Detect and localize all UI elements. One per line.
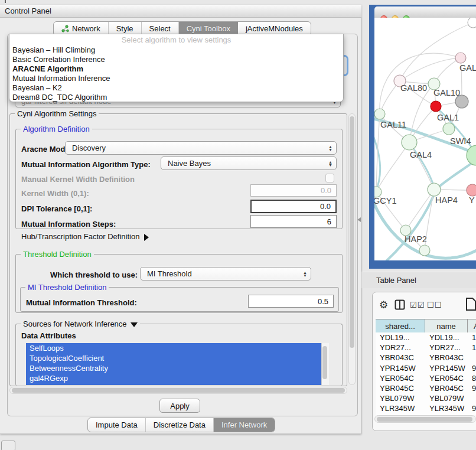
network-node-red[interactable] bbox=[431, 101, 441, 112]
algorithm-placeholder: Select algorithm to view settings bbox=[9, 34, 343, 45]
which-threshold-value: MI Threshold bbox=[147, 269, 192, 278]
algorithm-option[interactable]: Bayesian – K2 bbox=[9, 83, 343, 93]
settings-horizontal-scroll-thumb[interactable] bbox=[12, 388, 345, 393]
algorithm-option[interactable]: Basic Correlation Inference bbox=[9, 55, 343, 64]
cell: YBL079W bbox=[376, 393, 425, 403]
network-node-top-partial[interactable] bbox=[468, 18, 476, 28]
hub-definition-label[interactable]: Hub/Transcription Factor Definition bbox=[21, 232, 149, 241]
split-pane-collapse-icon[interactable] bbox=[357, 217, 361, 222]
cell: 9. bbox=[468, 403, 476, 413]
table-row[interactable]: YDL19...YDL19...13 bbox=[376, 332, 476, 343]
tab-impute-data[interactable]: Impute Data bbox=[88, 418, 146, 432]
network-graph: GALGAL80GAL10GAL1GAL11SWI4GAL4GCY1HAP4YH… bbox=[374, 18, 476, 260]
select-all-icon[interactable]: ☑☑ bbox=[410, 301, 425, 309]
cell bbox=[468, 393, 476, 403]
attribute-item-selected[interactable]: SelfLoops bbox=[26, 343, 328, 353]
algorithm-option[interactable]: Bayesian – Hill Climbing bbox=[9, 45, 343, 55]
mi-steps-field[interactable]: 6 bbox=[250, 215, 337, 228]
mi-threshold-field[interactable]: 0.5 bbox=[248, 295, 334, 308]
cell: YBR045C bbox=[425, 383, 468, 393]
aracne-mode-value: Discovery bbox=[72, 144, 106, 152]
table-horizontal-scroll-thumb[interactable] bbox=[377, 417, 472, 422]
sources-title[interactable]: Sources for Network Inference bbox=[21, 319, 140, 328]
control-panel-titlebar[interactable]: Control Panel bbox=[0, 5, 361, 18]
data-attributes-list[interactable]: SelfLoops TopologicalCoefficient Between… bbox=[26, 343, 328, 385]
mi-algorithm-type-combo[interactable]: Naive Bayes ▲▼ bbox=[161, 156, 337, 170]
which-threshold-combo[interactable]: MI Threshold ▲▼ bbox=[140, 267, 311, 281]
table-panel-titlebar[interactable]: Table Panel bbox=[361, 272, 476, 288]
tab-discretize-data[interactable]: Discretize Data bbox=[146, 418, 214, 432]
network-node-gal4[interactable] bbox=[402, 135, 417, 150]
cell: YBL079W bbox=[425, 393, 468, 403]
table-row[interactable]: YBL079WYBL079W bbox=[376, 393, 476, 403]
cell: YDR27... bbox=[425, 343, 468, 353]
network-node-gal1[interactable] bbox=[443, 123, 455, 135]
settings-vertical-scroll-thumb[interactable] bbox=[350, 116, 354, 348]
network-node-gal11[interactable] bbox=[374, 109, 385, 119]
cell: 9. bbox=[468, 383, 476, 393]
stepper-arrows-icon: ▲▼ bbox=[303, 271, 307, 277]
settings-horizontal-scrollbar[interactable] bbox=[9, 387, 347, 394]
node-label-swi4: SWI4 bbox=[450, 136, 471, 146]
apply-button-label: Apply bbox=[170, 402, 190, 410]
hub-definition-text: Hub/Transcription Factor Definition bbox=[21, 232, 139, 241]
node-label-hap2: HAP2 bbox=[405, 234, 427, 244]
attribute-item-selected[interactable]: BetweennessCentrality bbox=[26, 363, 328, 373]
network-node-hap4[interactable] bbox=[428, 183, 441, 196]
table-row[interactable]: YER054CYER054C8. bbox=[376, 373, 476, 383]
settings-vertical-scrollbar[interactable] bbox=[348, 113, 356, 385]
dpi-tolerance-field[interactable]: 0.0 bbox=[250, 200, 337, 213]
table-settings-gear-icon[interactable]: ⚙ bbox=[379, 299, 388, 311]
node-label-y: Y bbox=[469, 195, 475, 205]
table-horizontal-scrollbar[interactable] bbox=[374, 415, 476, 423]
network-window-titlebar[interactable] bbox=[374, 6, 476, 18]
mi-steps-label: Mutual Information Steps: bbox=[21, 220, 116, 229]
column-header-name[interactable]: name bbox=[425, 319, 468, 332]
collapse-down-icon[interactable] bbox=[131, 322, 138, 327]
column-visibility-icon[interactable] bbox=[395, 299, 405, 310]
control-panel-title: Control Panel bbox=[5, 6, 51, 15]
collapsed-panel-button[interactable] bbox=[1, 441, 15, 450]
cell: YBR043C bbox=[376, 353, 425, 363]
sources-title-text: Sources for Network Inference bbox=[23, 319, 127, 328]
column-header-shared-name[interactable]: shared... bbox=[376, 319, 425, 332]
network-canvas[interactable]: GALGAL80GAL10GAL1GAL11SWI4GAL4GCY1HAP4YH… bbox=[374, 18, 476, 260]
table-row[interactable]: YDR27...YDR27...12 bbox=[376, 343, 476, 353]
import-table-icon[interactable] bbox=[465, 297, 476, 311]
cell: YER054C bbox=[425, 373, 468, 383]
cell bbox=[468, 353, 476, 363]
manual-kernel-width-checkbox[interactable] bbox=[325, 174, 334, 182]
network-node-gal-pink[interactable] bbox=[455, 53, 466, 63]
cell: 9. bbox=[468, 363, 476, 373]
network-node-big-right[interactable] bbox=[467, 145, 476, 165]
kernel-width-value: 0.0 bbox=[321, 186, 331, 195]
tab-infer-network[interactable]: Infer Network bbox=[214, 418, 275, 432]
apply-button[interactable]: Apply bbox=[159, 399, 200, 413]
node-label-gal4: GAL4 bbox=[410, 150, 432, 159]
attribute-item-selected[interactable]: TopologicalCoefficient bbox=[26, 353, 328, 363]
network-node-pink-right[interactable] bbox=[467, 184, 476, 196]
algorithm-option[interactable]: Mutual Information Inference bbox=[9, 74, 343, 83]
network-node-bottom-partial[interactable] bbox=[419, 245, 430, 256]
column-header-partial[interactable]: A bbox=[468, 319, 476, 332]
tab-network-label: Network bbox=[72, 24, 100, 33]
tab-discretize-data-label: Discretize Data bbox=[154, 420, 206, 429]
attribute-list-scroll-thumb[interactable] bbox=[322, 346, 327, 379]
mi-threshold-label: Mutual Information Threshold: bbox=[26, 298, 137, 307]
table-body[interactable]: YDL19...YDL19...13 YDR27...YDR27...12 YB… bbox=[376, 332, 476, 415]
table-row[interactable]: YBR045CYBR045C9. bbox=[376, 383, 476, 393]
manual-kernel-width-label: Manual Kernel Width Definition bbox=[21, 175, 135, 184]
algorithm-option[interactable]: Dream8 DC_TDC Algorithm bbox=[9, 93, 343, 102]
table-row[interactable]: YPR145WYPR145W9. bbox=[376, 363, 476, 373]
expand-right-icon[interactable] bbox=[144, 234, 149, 241]
aracne-mode-combo[interactable]: Discovery ▲▼ bbox=[65, 141, 337, 155]
table-row[interactable]: YLR345WYLR345W9. bbox=[376, 403, 476, 413]
algorithm-definition-title: Algorithm Definition bbox=[21, 125, 92, 133]
table-row[interactable]: YBR043CYBR043C bbox=[376, 353, 476, 363]
deselect-all-icon[interactable]: ☐☐ bbox=[427, 301, 442, 309]
mi-threshold-value: 0.5 bbox=[318, 297, 328, 306]
algorithm-option-selected[interactable]: ARACNE Algorithm bbox=[9, 64, 343, 74]
attribute-item-selected[interactable]: gal4RGexp bbox=[26, 373, 328, 383]
which-threshold-label: Which threshold to use: bbox=[50, 270, 138, 279]
tab-jactivemnodules-label: jActiveMNodules bbox=[246, 24, 303, 33]
